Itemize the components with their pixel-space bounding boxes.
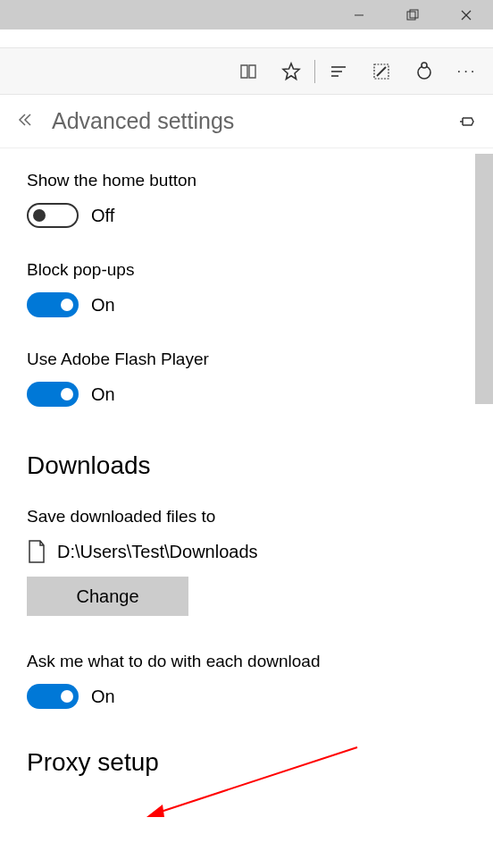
flash-toggle[interactable] — [27, 382, 79, 407]
flash-state: On — [91, 384, 115, 405]
popups-label: Block pop-ups — [27, 260, 466, 280]
titlebar — [0, 0, 493, 29]
back-icon[interactable] — [16, 111, 45, 132]
svg-rect-1 — [407, 12, 415, 20]
favorite-star-icon[interactable] — [270, 50, 313, 93]
separator — [314, 60, 315, 83]
panel-header: Advanced settings — [0, 95, 493, 148]
maximize-button[interactable] — [386, 0, 439, 29]
share-icon[interactable] — [403, 50, 446, 93]
home-button-label: Show the home button — [27, 171, 466, 190]
panel-title: Advanced settings — [45, 108, 448, 134]
downloads-header: Downloads — [27, 451, 466, 480]
proxy-header: Proxy setup — [27, 748, 466, 777]
svg-line-9 — [377, 67, 386, 76]
toolbar: ··· — [0, 48, 493, 95]
change-button[interactable]: Change — [27, 577, 188, 616]
svg-rect-2 — [410, 10, 418, 18]
save-label: Save downloaded files to — [27, 507, 466, 527]
pin-icon[interactable] — [448, 113, 477, 131]
close-button[interactable] — [439, 0, 493, 29]
home-button-state: Off — [91, 206, 114, 226]
popups-toggle[interactable] — [27, 292, 79, 317]
ask-download-toggle[interactable] — [27, 684, 79, 709]
download-path-row: D:\Users\Test\Downloads — [27, 539, 466, 564]
flash-label: Use Adobe Flash Player — [27, 350, 466, 369]
ask-download-state: On — [91, 687, 115, 707]
svg-point-11 — [422, 63, 427, 68]
ask-download-label: Ask me what to do with each download — [27, 652, 466, 671]
hub-icon[interactable] — [317, 50, 360, 93]
more-icon[interactable]: ··· — [446, 50, 489, 93]
minimize-button[interactable] — [332, 0, 386, 29]
settings-content: Show the home button Off Block pop-ups O… — [0, 148, 493, 868]
download-path: D:\Users\Test\Downloads — [57, 542, 258, 562]
webnote-icon[interactable] — [360, 50, 403, 93]
home-button-toggle[interactable] — [27, 203, 79, 228]
reading-view-icon[interactable] — [227, 50, 270, 93]
folder-icon — [27, 539, 46, 564]
address-area — [0, 29, 493, 48]
popups-state: On — [91, 295, 115, 316]
